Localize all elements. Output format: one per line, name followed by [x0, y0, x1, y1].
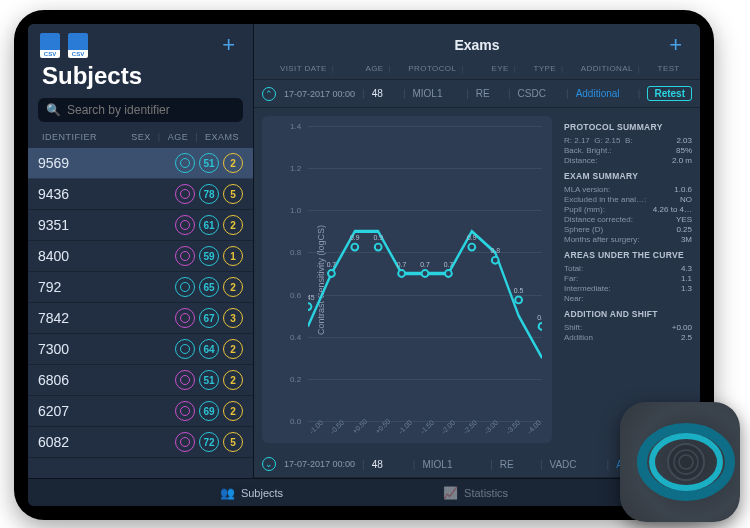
tab-subjects-label: Subjects: [241, 487, 283, 499]
header-age: AGE: [168, 132, 189, 142]
chart: 0.00.20.40.60.81.01.21.40.450.70.90.90.7…: [290, 126, 546, 421]
subject-id: 7300: [38, 341, 69, 357]
subject-id: 6207: [38, 403, 69, 419]
subject-badges: 692: [175, 401, 243, 421]
svg-text:0.9: 0.9: [350, 234, 360, 241]
subject-id: 9351: [38, 217, 69, 233]
svg-text:0.7: 0.7: [444, 261, 454, 268]
subject-row[interactable]: 8400591: [28, 241, 253, 272]
subject-id: 792: [38, 279, 61, 295]
svg-text:0.9: 0.9: [467, 234, 477, 241]
exams-badge: 2: [223, 370, 243, 390]
visit-date: 17-07-2017 00:00: [284, 89, 355, 99]
summary-heading: ADDITION AND SHIFT: [564, 309, 692, 319]
subject-row[interactable]: 6082725: [28, 427, 253, 458]
main-area: + Subjects 🔍 IDENTIFIER SEX| AGE| EXAMS …: [28, 24, 700, 478]
subject-id: 6806: [38, 372, 69, 388]
summary-kv: Intermediate:1.3: [564, 283, 692, 293]
subject-row[interactable]: 9436785: [28, 179, 253, 210]
subject-row[interactable]: 6806512: [28, 365, 253, 396]
subject-id: 8400: [38, 248, 69, 264]
exams-badge: 1: [223, 246, 243, 266]
summary-kv: Months after surgery:3M: [564, 234, 692, 244]
subject-row[interactable]: 7300642: [28, 334, 253, 365]
subject-id: 9569: [38, 155, 69, 171]
tab-subjects[interactable]: 👥 Subjects: [220, 486, 283, 500]
export-csv-icon[interactable]: [40, 33, 60, 57]
svg-text:0.7: 0.7: [397, 261, 407, 268]
svg-text:0.8: 0.8: [490, 247, 500, 254]
svg-text:0.9: 0.9: [373, 234, 383, 241]
subject-badges: 642: [175, 339, 243, 359]
exam-additional[interactable]: Additional: [576, 88, 620, 99]
subject-badges: 673: [175, 308, 243, 328]
svg-point-10: [539, 323, 542, 330]
add-exam-button[interactable]: +: [663, 32, 688, 58]
exams-badge: 2: [223, 401, 243, 421]
add-subject-button[interactable]: +: [216, 32, 241, 58]
exam-type: CSDC: [518, 88, 546, 99]
age-badge: 64: [199, 339, 219, 359]
header-sex: SEX: [131, 132, 151, 142]
sex-icon: [175, 215, 195, 235]
export-csv-icon-2[interactable]: [68, 33, 88, 57]
sex-icon: [175, 153, 195, 173]
sidebar-title: Subjects: [28, 58, 253, 98]
svg-point-8: [492, 257, 499, 264]
sex-icon: [175, 370, 195, 390]
subject-row[interactable]: 6207692: [28, 396, 253, 427]
summary-heading: EXAM SUMMARY: [564, 171, 692, 181]
tab-statistics-label: Statistics: [464, 487, 508, 499]
svg-point-1: [328, 270, 335, 277]
expand-toggle[interactable]: ⌃: [262, 87, 276, 101]
sex-icon: [175, 246, 195, 266]
visit-date: 17-07-2017 00:00: [284, 459, 355, 469]
sidebar: + Subjects 🔍 IDENTIFIER SEX| AGE| EXAMS …: [28, 24, 254, 478]
exam-body: Contrast Sensitivity (logCS) 0.00.20.40.…: [254, 108, 700, 451]
svg-point-2: [351, 244, 358, 251]
bottom-bar: 👥 Subjects 📈 Statistics: [28, 478, 700, 506]
sex-icon: [175, 401, 195, 421]
tab-statistics[interactable]: 📈 Statistics: [443, 486, 508, 500]
chart-container: Contrast Sensitivity (logCS) 0.00.20.40.…: [262, 116, 552, 443]
subject-row[interactable]: 9569512: [28, 148, 253, 179]
exam-age: 48: [372, 88, 383, 99]
exam-eye: RE: [476, 88, 490, 99]
exam-header: TYPE: [533, 64, 556, 73]
exam-eye: RE: [500, 459, 514, 470]
age-badge: 78: [199, 184, 219, 204]
age-badge: 51: [199, 370, 219, 390]
export-icons: [40, 33, 88, 57]
svg-point-6: [445, 270, 452, 277]
summary-heading: AREAS UNDER THE CURVE: [564, 250, 692, 260]
age-badge: 69: [199, 401, 219, 421]
expand-toggle[interactable]: ⌄: [262, 457, 276, 471]
svg-text:0.7: 0.7: [420, 261, 430, 268]
subject-badges: 725: [175, 432, 243, 452]
subject-list[interactable]: 9569512943678593516128400591792652784267…: [28, 148, 253, 478]
subject-id: 6082: [38, 434, 69, 450]
chart-xaxis: -1.00-0.50+0.50+0.50-1.00-1.50-2.00-2.50…: [308, 430, 542, 437]
exam-header: VISIT DATE: [280, 64, 327, 73]
age-badge: 61: [199, 215, 219, 235]
summary-kv: Shift:+0.00: [564, 322, 692, 332]
summary-kv: Excluded in the anal…:NO: [564, 194, 692, 204]
exam-header: TEST: [658, 64, 680, 73]
exam-header: ADDITIONAL: [581, 64, 633, 73]
exam-protocol: MIOL1: [412, 88, 442, 99]
subject-list-headers: IDENTIFIER SEX| AGE| EXAMS: [28, 128, 253, 148]
svg-point-4: [398, 270, 405, 277]
subject-row[interactable]: 7842673: [28, 303, 253, 334]
summary-kv: Distance corrected:YES: [564, 214, 692, 224]
search-box[interactable]: 🔍: [38, 98, 243, 122]
subject-row[interactable]: 9351612: [28, 210, 253, 241]
subject-row[interactable]: 792652: [28, 272, 253, 303]
svg-text:0.3: 0.3: [537, 314, 542, 321]
retest-button[interactable]: Retest: [647, 86, 692, 101]
summary-kv: Total:4.3: [564, 263, 692, 273]
search-input[interactable]: [67, 103, 235, 117]
exams-badge: 2: [223, 277, 243, 297]
summary-kv: Sphere (D)0.25: [564, 224, 692, 234]
app-screen: + Subjects 🔍 IDENTIFIER SEX| AGE| EXAMS …: [28, 24, 700, 506]
age-badge: 59: [199, 246, 219, 266]
